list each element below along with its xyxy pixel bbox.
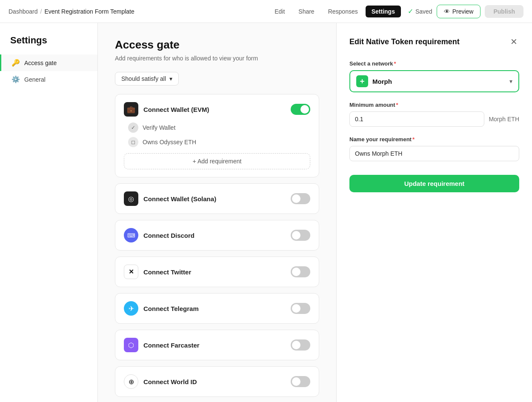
preview-button[interactable]: 👁 Preview <box>437 5 481 18</box>
card-discord: ⌨ Connect Discord <box>115 220 319 251</box>
eye-icon: 👁 <box>444 8 450 15</box>
amount-field-group: Minimum amount* Morph ETH <box>349 102 519 127</box>
name-field-group: Name your requirement* <box>349 136 519 161</box>
tab-responses[interactable]: Responses <box>322 6 364 17</box>
panel-title: Edit Native Token requirement <box>349 37 460 46</box>
topnav: Dashboard / Event Registration Form Temp… <box>0 0 532 23</box>
sidebar-item-access-gate[interactable]: 🔑 Access gate <box>0 54 97 71</box>
close-panel-button[interactable]: ✕ <box>509 35 519 48</box>
amount-suffix: Morph ETH <box>489 116 519 123</box>
network-chevron-icon: ▾ <box>509 78 512 85</box>
evm-sub-items: ✓ Verify Wallet ◻ Owns Odyssey ETH <box>124 123 310 147</box>
verify-check-icon: ✓ <box>128 123 138 133</box>
network-select-dropdown[interactable]: Morph ▾ <box>349 70 519 92</box>
twitter-icon: ✕ <box>124 265 138 279</box>
card-farcaster-label: Connect Farcaster <box>143 342 200 349</box>
panel-header: Edit Native Token requirement ✕ <box>349 35 519 48</box>
requirement-name-input[interactable] <box>349 146 519 161</box>
topnav-links: Edit Share Responses Settings <box>269 6 401 17</box>
tab-edit[interactable]: Edit <box>269 6 291 17</box>
card-farcaster: ⬡ Connect Farcaster <box>115 330 319 360</box>
toggle-telegram[interactable] <box>291 303 310 314</box>
toggle-worldid[interactable] <box>291 376 310 387</box>
dashboard-link[interactable]: Dashboard <box>9 8 38 15</box>
morph-network-icon <box>356 75 368 87</box>
name-label: Name your requirement* <box>349 136 519 143</box>
network-label: Select a network* <box>349 60 519 67</box>
card-discord-label: Connect Discord <box>143 232 194 239</box>
sub-item-verify: ✓ Verify Wallet <box>128 123 310 133</box>
card-evm: 💼 Connect Wallet (EVM) ✓ Verify Wallet ◻… <box>115 94 319 177</box>
sidebar-item-general[interactable]: ⚙️ General <box>0 71 97 88</box>
sub-item-verify-label: Verify Wallet <box>143 124 175 131</box>
gear-icon: ⚙️ <box>11 75 20 83</box>
update-requirement-button[interactable]: Update requirement <box>349 175 519 192</box>
odyssey-icon: ◻ <box>128 137 138 147</box>
topnav-right: ✓ Saved 👁 Preview Publish <box>408 5 523 18</box>
tab-settings[interactable]: Settings <box>366 6 401 17</box>
sidebar: Settings 🔑 Access gate ⚙️ General <box>0 23 98 402</box>
amount-label: Minimum amount* <box>349 102 519 108</box>
amount-input[interactable] <box>349 111 484 127</box>
main-content: Access gate Add requirements for who is … <box>98 23 336 402</box>
page-title: Access gate <box>115 38 319 51</box>
saved-status: ✓ Saved <box>408 7 432 15</box>
add-requirement-button[interactable]: + Add requirement <box>124 153 310 169</box>
toggle-farcaster[interactable] <box>291 339 310 351</box>
toggle-solana[interactable] <box>291 193 310 204</box>
sidebar-title: Settings <box>0 35 97 54</box>
toggle-discord[interactable] <box>291 230 310 241</box>
toggle-evm[interactable] <box>291 104 310 115</box>
card-worldid: ⊕ Connect World ID <box>115 366 319 397</box>
card-worldid-label: Connect World ID <box>143 378 197 385</box>
sub-item-odyssey-label: Owns Odyssey ETH <box>143 139 196 145</box>
card-twitter-label: Connect Twitter <box>143 268 191 276</box>
card-evm-header: 💼 Connect Wallet (EVM) <box>124 102 310 117</box>
wallet-evm-icon: 💼 <box>124 102 138 117</box>
saved-checkmark-icon: ✓ <box>408 7 413 15</box>
card-solana: ◎ Connect Wallet (Solana) <box>115 183 319 214</box>
card-evm-label: Connect Wallet (EVM) <box>143 106 209 113</box>
breadcrumb: Dashboard / Event Registration Form Temp… <box>9 8 262 15</box>
publish-button[interactable]: Publish <box>485 5 523 18</box>
telegram-icon: ✈ <box>124 301 138 316</box>
network-field-group: Select a network* Morph ▾ <box>349 60 519 92</box>
toggle-twitter[interactable] <box>291 266 310 277</box>
card-telegram-label: Connect Telegram <box>143 305 199 312</box>
card-solana-label: Connect Wallet (Solana) <box>143 195 216 202</box>
card-telegram: ✈ Connect Telegram <box>115 293 319 324</box>
form-title: Event Registration Form Template <box>44 8 134 15</box>
sidebar-label-access-gate: Access gate <box>24 60 57 66</box>
amount-row: Morph ETH <box>349 111 519 127</box>
chevron-down-icon: ▾ <box>169 75 172 82</box>
wallet-solana-icon: ◎ <box>124 191 138 206</box>
sidebar-label-general: General <box>24 76 46 83</box>
card-twitter: ✕ Connect Twitter <box>115 257 319 287</box>
farcaster-icon: ⬡ <box>124 338 138 352</box>
key-icon: 🔑 <box>11 59 20 67</box>
discord-icon: ⌨ <box>124 228 138 242</box>
satisfy-dropdown[interactable]: Should satisfy all ▾ <box>115 72 179 86</box>
network-value: Morph <box>372 78 392 85</box>
worldid-icon: ⊕ <box>124 374 138 389</box>
tab-share[interactable]: Share <box>292 6 320 17</box>
side-panel: Edit Native Token requirement ✕ Select a… <box>336 23 532 402</box>
sub-item-odyssey: ◻ Owns Odyssey ETH <box>128 137 310 147</box>
section-description: Add requirements for who is allowed to v… <box>115 55 319 62</box>
breadcrumb-separator: / <box>40 8 42 15</box>
